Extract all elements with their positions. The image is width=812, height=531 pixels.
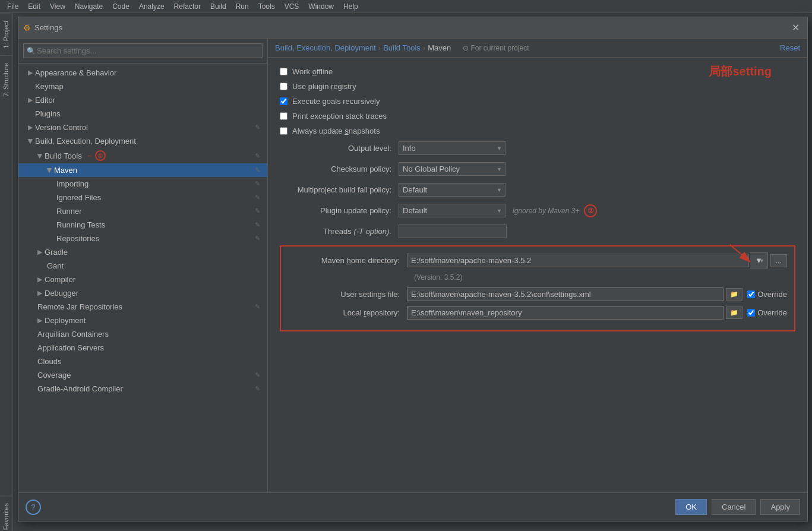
side-tab-favorites[interactable]: 2: Favorites xyxy=(0,495,12,531)
breadcrumb-bar: Build, Execution, Deployment › Build Too… xyxy=(268,39,807,58)
ok-button[interactable]: OK xyxy=(675,499,707,515)
search-icon: 🔍 xyxy=(27,47,36,55)
output-level-select-wrapper: Info Debug Warning Error xyxy=(399,141,505,155)
sidebar-item-clouds[interactable]: Clouds xyxy=(18,355,267,368)
edit-icon: ✎ xyxy=(255,152,260,160)
search-wrapper: 🔍 xyxy=(23,43,263,58)
help-button[interactable]: ? xyxy=(26,500,41,515)
sidebar-item-remote-jar[interactable]: Remote Jar Repositories ✎ xyxy=(18,300,267,314)
menu-build[interactable]: Build xyxy=(206,1,231,12)
expand-arrow: ▶ xyxy=(37,289,42,297)
print-exception-label[interactable]: Print exception stack traces xyxy=(292,112,387,121)
sidebar-item-runner[interactable]: Runner ✎ xyxy=(18,204,267,218)
maven-home-label: Maven home directory: xyxy=(288,256,407,265)
maven-home-browse-btn[interactable]: ... xyxy=(770,254,787,267)
breadcrumb-build-tools[interactable]: Build Tools xyxy=(383,43,421,52)
menu-bar: File Edit View Navigate Code Analyze Ref… xyxy=(0,0,812,13)
sidebar-item-arquillian[interactable]: Arquillian Containers xyxy=(18,327,267,341)
sidebar-item-gradle-android[interactable]: Gradle-Android Compiler ✎ xyxy=(18,382,267,396)
output-level-select[interactable]: Info Debug Warning Error xyxy=(399,141,505,155)
sidebar-item-repositories[interactable]: Repositories ✎ xyxy=(18,232,267,245)
print-exception-checkbox[interactable] xyxy=(280,112,287,120)
sidebar-item-build-tools[interactable]: ▶ Build Tools ← ① ✎ xyxy=(18,148,267,163)
annotation-1: ← ① xyxy=(87,150,106,161)
sidebar-item-maven[interactable]: ▶ Maven ✎ xyxy=(18,163,267,177)
use-plugin-checkbox[interactable] xyxy=(280,83,287,90)
expand-arrow: ▶ xyxy=(28,124,33,131)
settings-icon: ⚙ xyxy=(23,23,31,33)
user-settings-override-label[interactable]: Override xyxy=(757,290,787,299)
sidebar-item-plugins[interactable]: Plugins xyxy=(18,107,267,121)
settings-panel: 局部setting Work offline Use plugin regist… xyxy=(268,58,807,492)
local-repo-override-label[interactable]: Override xyxy=(757,308,787,317)
menu-tools[interactable]: Tools xyxy=(254,1,280,12)
sidebar: 🔍 ▶ Appearance & Behavior Keymap xyxy=(18,39,268,492)
always-update-checkbox[interactable] xyxy=(280,127,287,135)
local-repo-override-checkbox[interactable] xyxy=(747,309,755,317)
menu-view[interactable]: View xyxy=(45,1,70,12)
menu-navigate[interactable]: Navigate xyxy=(70,1,108,12)
work-offline-checkbox[interactable] xyxy=(280,68,287,75)
breadcrumb-build[interactable]: Build, Execution, Deployment xyxy=(275,43,376,52)
sidebar-item-running-tests[interactable]: Running Tests ✎ xyxy=(18,218,267,232)
edit-icon: ✎ xyxy=(255,371,260,379)
menu-help[interactable]: Help xyxy=(339,1,363,12)
menu-file[interactable]: File xyxy=(2,1,23,12)
sidebar-item-importing[interactable]: Importing ✎ xyxy=(18,177,267,191)
maven-home-dropdown-btn[interactable]: ▼ xyxy=(750,252,768,268)
local-repo-input[interactable] xyxy=(407,306,723,320)
reset-link[interactable]: Reset xyxy=(780,43,800,52)
sidebar-item-compiler[interactable]: ▶ Compiler xyxy=(18,273,267,286)
sidebar-item-appearance[interactable]: ▶ Appearance & Behavior xyxy=(18,66,267,80)
user-settings-override-checkbox[interactable] xyxy=(747,290,755,298)
expand-arrow: ▶ xyxy=(28,96,33,104)
expand-arrow: ▶ xyxy=(46,168,53,173)
menu-run[interactable]: Run xyxy=(231,1,254,12)
apply-button[interactable]: Apply xyxy=(760,499,800,515)
threads-input[interactable] xyxy=(399,225,507,238)
breadcrumb-sep-2: › xyxy=(423,43,425,52)
execute-goals-label[interactable]: Execute goals recursively xyxy=(292,97,380,106)
search-input[interactable] xyxy=(23,43,263,58)
user-settings-input[interactable] xyxy=(407,287,723,301)
user-settings-folder-btn[interactable]: 📁 xyxy=(726,288,743,301)
use-plugin-label[interactable]: Use plugin registry xyxy=(292,82,356,91)
cancel-button[interactable]: Cancel xyxy=(712,499,756,515)
dialog-title-bar: ⚙ Settings ✕ xyxy=(18,17,807,39)
side-tab-structure[interactable]: 7: Structure xyxy=(0,55,12,104)
edit-icon: ✎ xyxy=(255,180,260,188)
maven-home-select-wrapper: ▼ xyxy=(750,252,768,268)
local-repo-row: Local repository: 📁 Override xyxy=(288,306,787,320)
multiproject-select[interactable]: Default Never At End Immediately xyxy=(399,183,505,197)
edit-icon: ✎ xyxy=(255,221,260,229)
sidebar-item-debugger[interactable]: ▶ Debugger xyxy=(18,286,267,300)
always-update-label[interactable]: Always update snapshots xyxy=(292,127,380,135)
sidebar-item-keymap[interactable]: Keymap xyxy=(18,80,267,93)
checksum-policy-select[interactable]: No Global Policy Ignore Warn Fail xyxy=(399,162,505,176)
local-repo-folder-btn[interactable]: 📁 xyxy=(726,306,743,319)
sidebar-item-gant[interactable]: Gant xyxy=(18,259,267,273)
sidebar-item-app-servers[interactable]: Application Servers xyxy=(18,341,267,355)
sidebar-item-deployment[interactable]: ▶ Deployment xyxy=(18,314,267,327)
menu-window[interactable]: Window xyxy=(304,1,339,12)
menu-analyze[interactable]: Analyze xyxy=(134,1,169,12)
menu-edit[interactable]: Edit xyxy=(23,1,45,12)
execute-goals-checkbox[interactable] xyxy=(280,97,287,105)
user-settings-override-check: Override xyxy=(747,290,787,299)
maven-home-input[interactable] xyxy=(407,254,749,267)
menu-vcs[interactable]: VCS xyxy=(280,1,304,12)
sidebar-item-coverage[interactable]: Coverage ✎ xyxy=(18,368,267,382)
side-tab-project[interactable]: 1: Project xyxy=(0,13,12,55)
sidebar-item-build-exec[interactable]: ▶ Build, Execution, Deployment xyxy=(18,134,267,148)
close-button[interactable]: ✕ xyxy=(788,21,802,35)
sidebar-item-editor[interactable]: ▶ Editor xyxy=(18,93,267,107)
plugin-update-select[interactable]: Default Always Never Interval xyxy=(399,204,505,217)
menu-code[interactable]: Code xyxy=(108,1,134,12)
checkbox-always-update: Always update snapshots xyxy=(280,127,795,135)
side-tabs: 1: Project 7: Structure 2: Favorites xyxy=(0,13,13,531)
menu-refactor[interactable]: Refactor xyxy=(169,1,206,12)
sidebar-item-version-control[interactable]: ▶ Version Control ✎ xyxy=(18,121,267,134)
work-offline-label[interactable]: Work offline xyxy=(292,67,333,76)
sidebar-item-gradle[interactable]: ▶ Gradle xyxy=(18,245,267,259)
sidebar-item-ignored-files[interactable]: Ignored Files ✎ xyxy=(18,191,267,204)
